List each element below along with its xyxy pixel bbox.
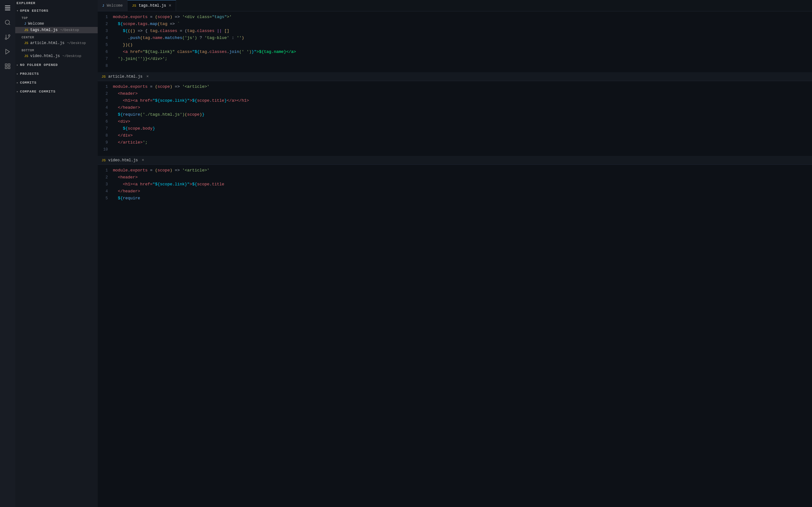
tab-tags-label: tags.html.js <box>139 3 166 8</box>
svg-rect-9 <box>8 67 10 69</box>
svg-rect-6 <box>5 64 7 66</box>
welcome-file-name: Welcome <box>28 21 44 26</box>
code-line: 6 <div> <box>98 118 812 125</box>
video-code-block: 1 module.exports = (scope) => '<article>… <box>98 165 812 205</box>
code-line: 4 </header> <box>98 105 812 112</box>
article-panel: JS article.html.js × 1 module.exports = … <box>98 72 812 156</box>
group-top-label: TOP <box>15 16 98 20</box>
code-line: 8 <box>98 63 812 70</box>
tab-welcome-label: Welcome <box>107 3 123 8</box>
sidebar-explorer-header[interactable]: EXPLORER <box>15 0 98 6</box>
code-line: 1 module.exports = (scope) => '<div clas… <box>98 14 812 21</box>
sidebar-item-welcome[interactable]: J Welcome <box>15 20 98 27</box>
sidebar-item-article[interactable]: JS article.html.js ~/Desktop <box>15 40 98 46</box>
chevron-right-icon-2: ▸ <box>16 72 19 76</box>
open-editors-header[interactable]: ▾ OPEN EDITORS <box>15 8 98 14</box>
extensions-icon[interactable] <box>2 61 13 72</box>
article-panel-filename: article.html.js <box>108 74 142 79</box>
no-folder-label: NO FOLDER OPENED <box>20 63 58 67</box>
compare-commits-label: COMPARE COMMITS <box>20 90 55 94</box>
svg-point-3 <box>9 35 10 37</box>
code-line: 7 ${scope.body} <box>98 125 812 132</box>
tags-file-path: ~/Desktop <box>60 28 79 32</box>
group-bottom-label: BOTTOM <box>15 48 98 53</box>
chevron-down-icon: ▾ <box>16 9 19 13</box>
chevron-right-icon-4: ▸ <box>16 90 19 94</box>
group-center-label: CENTER <box>15 35 98 40</box>
code-line: 3 ${(() => { tag.classes = (tag.classes … <box>98 28 812 35</box>
explorer-label: EXPLORER <box>16 1 36 5</box>
tags-code-block: 1 module.exports = (scope) => '<div clas… <box>98 11 812 72</box>
article-close-button[interactable]: × <box>146 74 149 79</box>
tab-welcome[interactable]: J Welcome <box>98 0 128 11</box>
compare-commits-header[interactable]: ▸ COMPARE COMMITS <box>15 89 98 95</box>
tab-bar: J Welcome JS tags.html.js × <box>98 0 812 11</box>
search-icon[interactable] <box>2 17 13 28</box>
compare-commits-section: ▸ COMPARE COMMITS <box>15 87 98 96</box>
code-line: 1 module.exports = (scope) => '<article>… <box>98 167 812 174</box>
video-panel: JS video.html.js × 1 module.exports = (s… <box>98 156 812 205</box>
video-file-path: ~/Desktop <box>62 54 81 58</box>
commits-section: ▸ COMMITS <box>15 78 98 87</box>
chevron-right-icon-3: ▸ <box>16 81 19 84</box>
code-line: 5 })() <box>98 42 812 49</box>
no-folder-header[interactable]: ▸ NO FOLDER OPENED <box>15 62 98 68</box>
js-file-icon: JS <box>24 28 28 32</box>
tab-welcome-icon: J <box>102 4 104 8</box>
code-line: 2 <header> <box>98 174 812 181</box>
sidebar-item-tags[interactable]: JS tags.html.js ~/Desktop <box>15 27 98 33</box>
code-line: 1 module.exports = (scope) => '<article>… <box>98 83 812 91</box>
activity-bar <box>0 0 15 507</box>
tags-file-name: tags.html.js <box>30 28 57 32</box>
tab-tags[interactable]: JS tags.html.js × <box>128 0 176 11</box>
welcome-file-icon: J <box>24 22 26 26</box>
explorer-icon[interactable] <box>2 3 13 13</box>
commits-header[interactable]: ▸ COMMITS <box>15 79 98 86</box>
video-close-button[interactable]: × <box>142 158 144 163</box>
code-line: 5 ${require <box>98 195 812 202</box>
code-line: 3 <h1><a href="${scope.link}">${scope.ti… <box>98 98 812 105</box>
code-line: 2 <header> <box>98 91 812 98</box>
code-line: 2 ${scope.tags.map(tag => ` <box>98 21 812 28</box>
panels-container: 1 module.exports = (scope) => '<div clas… <box>98 11 812 205</box>
svg-point-0 <box>5 20 9 24</box>
svg-point-4 <box>5 38 7 40</box>
svg-rect-8 <box>5 67 7 69</box>
article-panel-header: JS article.html.js × <box>98 72 812 81</box>
sidebar: EXPLORER ▾ OPEN EDITORS TOP J Welcome JS… <box>15 0 98 507</box>
js-file-icon-3: JS <box>24 54 28 58</box>
tags-panel: 1 module.exports = (scope) => '<div clas… <box>98 11 812 72</box>
code-line: 10 <box>98 147 812 153</box>
chevron-right-icon: ▸ <box>16 63 19 67</box>
video-panel-header: JS video.html.js × <box>98 156 812 165</box>
code-line: 7 ').join('')}</div>'; <box>98 56 812 63</box>
commits-label: COMMITS <box>20 81 37 84</box>
js-file-icon-2: JS <box>24 41 28 45</box>
svg-marker-5 <box>6 49 9 54</box>
tab-tags-icon: JS <box>132 4 136 8</box>
projects-label: PROJECTS <box>20 72 39 76</box>
video-panel-filename: video.html.js <box>108 158 138 163</box>
main-editor: J Welcome JS tags.html.js × 1 module.exp… <box>98 0 812 507</box>
code-line: 6 <a href="${tag.link}" class="${tag.cla… <box>98 49 812 56</box>
article-code-block: 1 module.exports = (scope) => '<article>… <box>98 81 812 156</box>
article-file-icon: JS <box>101 75 106 78</box>
video-file-name: video.html.js <box>30 54 60 58</box>
code-line: 5 ${require('./tags.html.js')(scope)} <box>98 112 812 118</box>
code-line: 4 .push(tag.name.matches('js') ? 'tag-bl… <box>98 35 812 42</box>
no-folder-section: ▸ NO FOLDER OPENED <box>15 60 98 69</box>
svg-rect-7 <box>8 64 10 66</box>
code-line: 9 </article>'; <box>98 139 812 147</box>
sidebar-item-video[interactable]: JS video.html.js ~/Desktop <box>15 53 98 59</box>
open-editors-section: ▾ OPEN EDITORS TOP J Welcome JS tags.htm… <box>15 6 98 60</box>
tab-close-icon[interactable]: × <box>169 3 171 8</box>
article-file-name: article.html.js <box>30 41 64 45</box>
git-branch-icon[interactable] <box>2 32 13 43</box>
editor-area[interactable]: 1 module.exports = (scope) => '<div clas… <box>98 11 812 507</box>
svg-line-1 <box>9 24 10 25</box>
projects-section: ▸ PROJECTS <box>15 69 98 78</box>
projects-header[interactable]: ▸ PROJECTS <box>15 71 98 77</box>
debug-icon[interactable] <box>2 46 13 57</box>
open-editors-label: OPEN EDITORS <box>20 9 49 13</box>
video-file-icon: JS <box>101 158 106 162</box>
